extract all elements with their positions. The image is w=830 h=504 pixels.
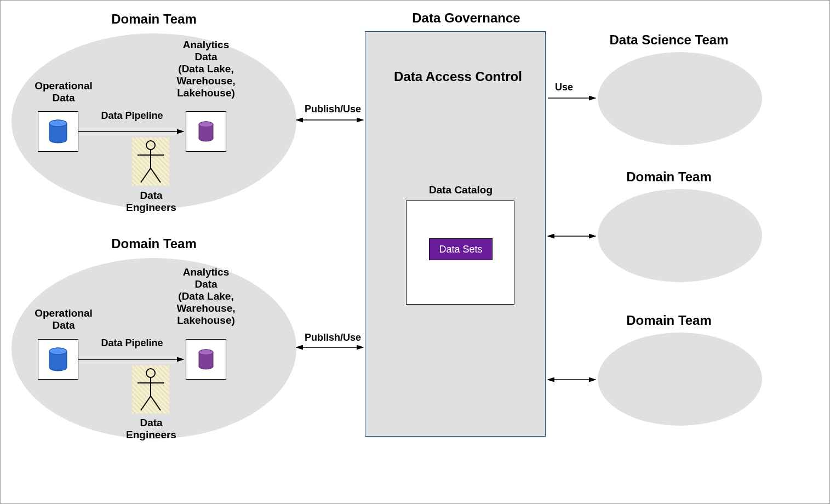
domain-team-a-title: Domain Team xyxy=(614,169,724,185)
governance-title: Data Governance xyxy=(395,10,537,26)
svg-point-10 xyxy=(49,348,67,354)
engineers-label-2: Data Engineers xyxy=(113,417,190,441)
domain-team-a-ellipse xyxy=(598,189,762,282)
catalog-title: Data Catalog xyxy=(422,184,499,196)
analytics-db-1 xyxy=(186,111,226,152)
analytics-db-2 xyxy=(186,339,226,380)
data-science-title: Data Science Team xyxy=(598,32,740,48)
data-science-ellipse xyxy=(598,52,762,145)
svg-point-4 xyxy=(146,141,155,150)
person-icon xyxy=(132,138,169,186)
database-icon xyxy=(197,121,215,142)
publish-use-label-1: Publish/Use xyxy=(305,104,361,115)
operational-data-label-1: Operational Data xyxy=(28,80,99,104)
svg-line-16 xyxy=(141,396,151,410)
database-icon xyxy=(197,349,215,370)
pipeline-label-2: Data Pipeline xyxy=(88,337,176,349)
diagram-canvas: Domain Team Operational Data Analytics D… xyxy=(0,0,830,504)
domain-team-2-title: Domain Team xyxy=(94,236,214,251)
svg-line-8 xyxy=(151,168,161,182)
svg-point-3 xyxy=(199,122,213,127)
svg-line-17 xyxy=(151,396,161,410)
engineers-label-1: Data Engineers xyxy=(113,190,190,214)
access-control-title: Data Access Control xyxy=(392,69,524,84)
operational-db-2 xyxy=(38,339,78,380)
domain-team-b-ellipse xyxy=(598,333,762,426)
svg-point-12 xyxy=(199,350,213,355)
svg-point-1 xyxy=(49,120,67,127)
datasets-box: Data Sets xyxy=(429,238,493,260)
analytics-data-label-2: Analytics Data (Data Lake, Warehouse, La… xyxy=(162,266,250,327)
operational-db-1 xyxy=(38,111,78,152)
database-icon xyxy=(47,119,69,144)
engineer-figure-2 xyxy=(132,365,169,414)
engineer-figure-1 xyxy=(132,138,169,186)
datasets-label: Data Sets xyxy=(439,244,482,255)
svg-point-13 xyxy=(146,369,155,377)
analytics-data-label-1: Analytics Data (Data Lake, Warehouse, La… xyxy=(162,39,250,99)
publish-use-label-2: Publish/Use xyxy=(305,332,361,343)
domain-team-b-title: Domain Team xyxy=(614,313,724,328)
domain-team-1-title: Domain Team xyxy=(94,12,214,27)
pipeline-label-1: Data Pipeline xyxy=(88,110,176,122)
database-icon xyxy=(47,347,69,371)
operational-data-label-2: Operational Data xyxy=(28,307,99,331)
person-icon xyxy=(132,365,169,414)
use-label: Use xyxy=(555,82,573,93)
svg-line-7 xyxy=(141,168,151,182)
